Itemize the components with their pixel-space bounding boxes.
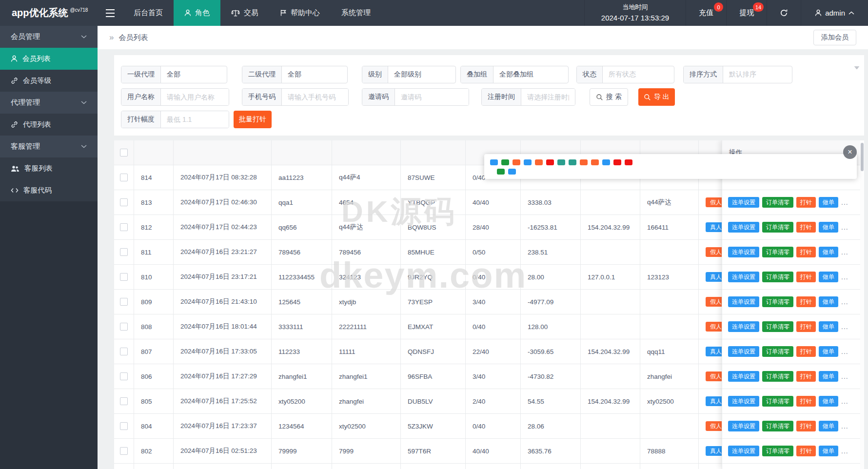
sidebar-entry[interactable]: 客服管理 xyxy=(0,136,98,157)
row-action-button[interactable]: 打针 xyxy=(796,296,816,307)
row-action-button[interactable]: 做单 xyxy=(819,446,838,456)
more-actions-button[interactable]: ... xyxy=(841,198,848,206)
filter-input[interactable] xyxy=(521,89,575,105)
row-checkbox[interactable] xyxy=(120,223,128,231)
row-action-button[interactable]: 连单设置 xyxy=(728,197,759,208)
row-action-button[interactable]: 打针 xyxy=(796,272,816,282)
add-member-button[interactable]: 添加会员 xyxy=(813,30,856,45)
row-action-button[interactable]: 连单设置 xyxy=(728,296,759,307)
filter-input[interactable] xyxy=(161,89,229,105)
search-button[interactable]: 搜 索 xyxy=(590,88,628,106)
row-action-button[interactable]: 订单清零 xyxy=(762,197,793,208)
row-action-button[interactable]: 订单清零 xyxy=(762,247,793,257)
row-action-button[interactable]: 做单 xyxy=(819,272,838,282)
popup-action-button[interactable] xyxy=(602,159,610,165)
filter-input[interactable] xyxy=(395,89,469,105)
filter-select-value[interactable]: 所有状态 xyxy=(603,66,674,83)
user-menu[interactable]: admin xyxy=(801,0,868,26)
popup-action-button[interactable] xyxy=(613,159,621,165)
top-menu-item[interactable]: 帮助中心 xyxy=(269,0,331,26)
popup-action-button[interactable] xyxy=(557,159,565,165)
row-action-button[interactable]: 打针 xyxy=(796,321,816,332)
sidebar-entry[interactable]: 客服列表 xyxy=(0,157,98,179)
popup-action-button[interactable] xyxy=(569,159,576,165)
row-action-button[interactable]: 连单设置 xyxy=(728,272,759,282)
row-action-button[interactable]: 打针 xyxy=(796,197,816,208)
popup-action-button[interactable] xyxy=(535,159,543,165)
more-actions-button[interactable]: ... xyxy=(841,223,848,231)
row-action-button[interactable]: 做单 xyxy=(819,396,838,407)
more-actions-button[interactable]: ... xyxy=(841,323,848,331)
row-action-button[interactable]: 打针 xyxy=(796,371,816,382)
scrollbar-thumb[interactable] xyxy=(861,143,864,171)
row-action-button[interactable]: 打针 xyxy=(796,421,816,431)
top-menu-item[interactable]: 后台首页 xyxy=(123,0,174,26)
row-action-button[interactable]: 连单设置 xyxy=(728,321,759,332)
row-checkbox[interactable] xyxy=(120,298,128,306)
popup-action-button[interactable] xyxy=(508,169,516,175)
filter-select-value[interactable]: 全部 xyxy=(161,66,227,83)
more-actions-button[interactable]: ... xyxy=(841,422,848,430)
filter-select-value[interactable]: 默认排序 xyxy=(723,66,792,83)
row-action-button[interactable]: 订单清零 xyxy=(762,421,793,431)
row-action-button[interactable]: 打针 xyxy=(796,346,816,357)
row-action-button[interactable]: 连单设置 xyxy=(728,371,759,382)
popup-action-button[interactable] xyxy=(625,159,632,165)
row-action-button[interactable]: 做单 xyxy=(819,222,838,233)
filter-input[interactable] xyxy=(282,89,348,105)
row-action-button[interactable]: 做单 xyxy=(819,247,838,257)
row-action-button[interactable]: 打针 xyxy=(796,446,816,456)
row-action-button[interactable]: 做单 xyxy=(819,321,838,332)
more-actions-button[interactable]: ... xyxy=(841,248,848,256)
row-checkbox[interactable] xyxy=(120,273,128,281)
row-checkbox[interactable] xyxy=(120,372,128,380)
filter-select-value[interactable]: 全部级别 xyxy=(388,66,455,83)
row-action-button[interactable]: 订单清零 xyxy=(762,396,793,407)
menu-toggle-icon[interactable] xyxy=(98,0,123,26)
row-action-button[interactable]: 订单清零 xyxy=(762,346,793,357)
row-checkbox[interactable] xyxy=(120,248,128,256)
select-all-checkbox[interactable] xyxy=(120,149,128,156)
row-checkbox[interactable] xyxy=(120,198,128,206)
row-action-button[interactable]: 做单 xyxy=(819,371,838,382)
row-action-button[interactable]: 做单 xyxy=(819,296,838,307)
row-action-button[interactable]: 订单清零 xyxy=(762,222,793,233)
sidebar-entry[interactable]: 代理管理 xyxy=(0,92,98,114)
close-icon[interactable]: × xyxy=(843,145,857,159)
more-actions-button[interactable]: ... xyxy=(841,298,848,306)
more-actions-button[interactable]: ... xyxy=(841,397,848,405)
row-checkbox[interactable] xyxy=(120,447,128,455)
popup-action-button[interactable] xyxy=(524,159,532,165)
row-checkbox[interactable] xyxy=(120,323,128,331)
row-action-button[interactable]: 做单 xyxy=(819,421,838,431)
popup-action-button[interactable] xyxy=(490,159,498,165)
row-action-button[interactable]: 订单清零 xyxy=(762,446,793,456)
row-action-button[interactable]: 连单设置 xyxy=(728,446,759,456)
sidebar-entry[interactable]: 会员列表 xyxy=(0,48,98,70)
row-action-button[interactable]: 连单设置 xyxy=(728,421,759,431)
row-checkbox[interactable] xyxy=(120,348,128,355)
batch-inject-button[interactable]: 批量打针 xyxy=(234,111,272,128)
filter-select-value[interactable]: 全部叠加组 xyxy=(493,66,568,83)
sidebar-entry[interactable]: 代理列表 xyxy=(0,114,98,136)
row-checkbox[interactable] xyxy=(120,397,128,405)
more-actions-button[interactable]: ... xyxy=(841,447,848,455)
popup-action-button[interactable] xyxy=(501,159,509,165)
popup-action-button[interactable] xyxy=(546,159,554,165)
row-action-button[interactable]: 连单设置 xyxy=(728,346,759,357)
row-action-button[interactable]: 订单清零 xyxy=(762,371,793,382)
top-menu-item[interactable]: 系统管理 xyxy=(331,0,381,26)
row-action-button[interactable]: 订单清零 xyxy=(762,272,793,282)
row-checkbox[interactable] xyxy=(120,422,128,430)
filter-select-value[interactable]: 全部 xyxy=(282,66,347,83)
recharge-button[interactable]: 充值 0 xyxy=(686,0,726,26)
row-action-button[interactable]: 连单设置 xyxy=(728,396,759,407)
more-actions-button[interactable]: ... xyxy=(841,273,848,281)
sidebar-entry[interactable]: 会员管理 xyxy=(0,26,98,48)
row-action-button[interactable]: 打针 xyxy=(796,396,816,407)
inject-range-input[interactable] xyxy=(161,111,229,128)
popup-action-button[interactable] xyxy=(497,169,505,175)
popup-action-button[interactable] xyxy=(513,159,520,165)
row-action-button[interactable]: 连单设置 xyxy=(728,222,759,233)
refresh-button[interactable] xyxy=(767,0,801,26)
